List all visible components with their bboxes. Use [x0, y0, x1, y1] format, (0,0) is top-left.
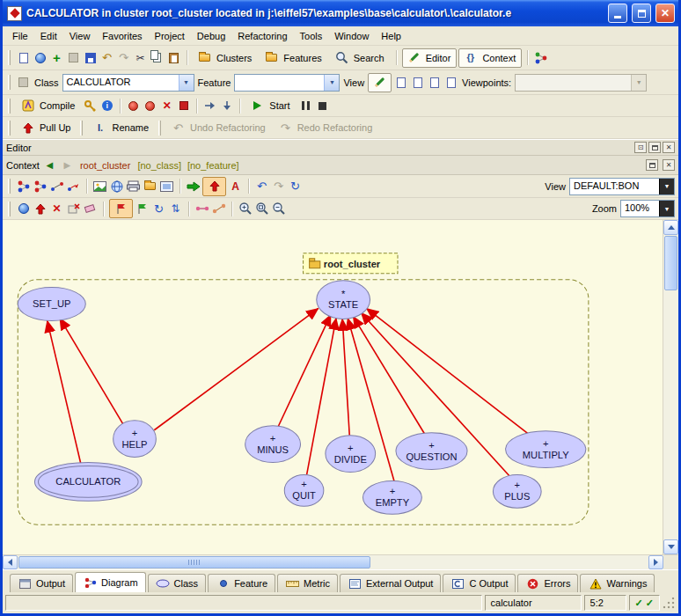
float-window-icon[interactable] — [634, 142, 647, 153]
cluster-label[interactable]: root_cluster — [304, 253, 398, 274]
toggle-clusters-button[interactable] — [109, 199, 133, 218]
chevron-down-icon[interactable] — [179, 75, 194, 91]
new-diagram-icon[interactable] — [533, 50, 548, 65]
undo-refactoring-button[interactable]: Undo Refactoring — [166, 118, 272, 137]
scroll-right-icon[interactable] — [648, 555, 663, 569]
print-icon[interactable] — [126, 179, 141, 194]
tab-class[interactable]: Class — [148, 574, 207, 592]
tab-errors[interactable]: Errors — [517, 574, 578, 592]
physics-layout-icon[interactable] — [16, 202, 31, 216]
node-calculator[interactable]: CALCULATOR — [34, 463, 142, 502]
node-set_up[interactable]: SET_UP — [18, 288, 85, 321]
client-relations-icon[interactable] — [194, 202, 209, 216]
tab-c-output[interactable]: C Output — [443, 574, 516, 592]
toolbar-grip[interactable] — [8, 121, 11, 136]
start-button[interactable]: Start — [245, 96, 296, 115]
toolbar-grip[interactable] — [80, 121, 83, 136]
new-cluster-tool-icon[interactable] — [33, 179, 48, 194]
debug-attach-icon[interactable] — [143, 99, 157, 114]
back-icon[interactable] — [42, 158, 57, 172]
chevron-down-icon[interactable] — [659, 179, 674, 194]
edge-divide-to-state[interactable] — [342, 319, 349, 435]
redo-refactoring-button[interactable]: Redo Refactoring — [274, 118, 379, 137]
maximize-pane-icon[interactable] — [646, 159, 658, 171]
chevron-down-icon[interactable] — [659, 201, 674, 216]
image-icon[interactable] — [159, 179, 174, 194]
diagram-svg[interactable]: SET_UP*STATE+HELPCALCULATOR+MINUS+QUIT+D… — [3, 220, 663, 554]
horizontal-scroll-thumb[interactable] — [18, 556, 370, 568]
maximize-button[interactable] — [632, 4, 651, 23]
pull-up-button[interactable]: Pull Up — [16, 118, 77, 137]
basic-view-button[interactable] — [368, 73, 392, 92]
node-multiply[interactable]: +MULTIPLY — [506, 431, 586, 468]
vertical-scrollbar[interactable] — [663, 220, 678, 554]
edge-multiply-to-state[interactable] — [367, 308, 528, 433]
sort-layout-icon[interactable] — [168, 202, 183, 216]
tab-feature[interactable]: Feature — [208, 574, 275, 592]
diagram-view-combobox[interactable]: DEFAULT:BON — [569, 178, 675, 195]
client-link-tool-icon[interactable] — [49, 179, 64, 194]
features-button[interactable]: Features — [260, 48, 327, 68]
contract-view-icon[interactable] — [427, 75, 442, 90]
text-label-tool-icon[interactable] — [228, 179, 243, 194]
node-question[interactable]: +QUESTION — [396, 433, 467, 470]
paste-icon[interactable] — [166, 50, 181, 65]
resize-grip[interactable] — [663, 596, 676, 610]
diagram-undo-icon[interactable] — [254, 179, 269, 194]
diagram-redo-icon[interactable] — [271, 179, 286, 194]
tab-warnings[interactable]: Warnings — [580, 574, 655, 592]
zoom-fit-icon[interactable] — [254, 202, 269, 216]
remove-anchor-icon[interactable] — [66, 202, 81, 216]
fan-out-icon[interactable] — [33, 202, 48, 216]
pause-icon[interactable] — [298, 99, 313, 114]
node-empty[interactable]: +EMPTY — [362, 480, 421, 514]
save-icon[interactable] — [83, 50, 98, 65]
feature-combobox[interactable] — [234, 74, 340, 92]
menu-window[interactable]: Window — [328, 28, 375, 44]
toolbar-grip[interactable] — [8, 75, 11, 90]
save-png-icon[interactable] — [92, 179, 107, 194]
toolbar-grip[interactable] — [8, 50, 11, 65]
diagram-canvas[interactable]: SET_UP*STATE+HELPCALCULATOR+MINUS+QUIT+D… — [3, 220, 663, 554]
add-icon[interactable] — [49, 50, 64, 65]
clear-breakpoints-icon[interactable] — [176, 99, 191, 114]
interface-view-icon[interactable] — [443, 75, 458, 90]
edge-minus-to-state[interactable] — [278, 314, 331, 426]
clusters-button[interactable]: Clusters — [193, 48, 258, 68]
minimize-button[interactable] — [608, 4, 627, 23]
ignore-breakpoints-icon[interactable] — [159, 99, 174, 114]
menu-file[interactable]: File — [6, 28, 34, 44]
node-divide[interactable]: +DIVIDE — [326, 436, 376, 473]
context-toggle-button[interactable]: Context — [458, 48, 522, 68]
zoom-combobox[interactable]: 100% — [620, 200, 675, 217]
rename-button[interactable]: Rename — [88, 118, 155, 137]
save-all-icon[interactable] — [66, 50, 81, 65]
new-window-icon[interactable] — [16, 50, 31, 65]
edge-calculator-to-set_up[interactable] — [48, 320, 82, 465]
vertical-scroll-track[interactable] — [663, 291, 678, 539]
edge-help-to-state[interactable] — [154, 308, 318, 429]
eraser-icon[interactable] — [83, 202, 98, 216]
depth-up-button[interactable] — [202, 177, 226, 196]
toolbar-grip[interactable] — [158, 121, 161, 136]
clickable-view-icon[interactable] — [393, 75, 408, 90]
maximize-pane-icon[interactable] — [648, 142, 661, 153]
new-class-tool-icon[interactable] — [16, 179, 31, 194]
delete-icon[interactable] — [49, 202, 64, 216]
context-cluster[interactable]: root_cluster — [77, 160, 133, 171]
tab-diagram[interactable]: Diagram — [75, 572, 146, 592]
info-icon[interactable] — [99, 99, 114, 114]
freeze-icon[interactable] — [83, 99, 98, 114]
close-button[interactable] — [655, 4, 675, 23]
refresh-diagram-icon[interactable] — [288, 179, 303, 194]
node-plus[interactable]: +PLUS — [493, 474, 541, 508]
redo-icon[interactable] — [116, 50, 131, 65]
zoom-in-icon[interactable] — [238, 202, 253, 216]
menu-debug[interactable]: Debug — [191, 28, 231, 44]
node-state[interactable]: *STATE — [317, 281, 370, 319]
menu-refactoring[interactable]: Refactoring — [231, 28, 293, 44]
horizontal-scrollbar[interactable] — [3, 554, 678, 569]
compile-button[interactable]: Compile — [16, 96, 81, 115]
title-bar[interactable]: CALCULATOR in cluster root_cluster locat… — [3, 0, 678, 26]
inheritance-relations-icon[interactable] — [211, 202, 226, 216]
